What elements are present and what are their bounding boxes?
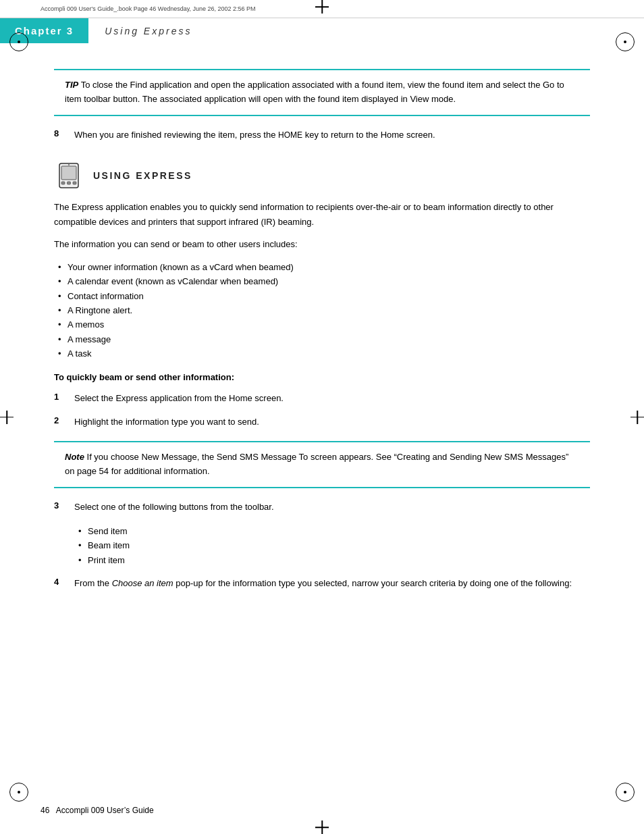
- step-3-num: 3: [54, 500, 74, 515]
- note-text: Note If you choose New Message, the Send…: [65, 450, 579, 479]
- tip-text: TIP To close the Find application and op…: [65, 78, 579, 107]
- chapter-title: Using Express: [88, 26, 192, 36]
- tip-label: TIP: [65, 80, 78, 90]
- cross-right: [630, 411, 644, 424]
- list-item: A task: [54, 346, 590, 361]
- list-item: Print item: [74, 553, 590, 567]
- reg-mark-br: [616, 783, 635, 802]
- proc-heading: To quickly beam or send other informatio…: [54, 372, 590, 382]
- footer-page-num: 46: [41, 806, 49, 815]
- footer-guide-text: Accompli 009 User’s Guide: [56, 806, 154, 815]
- step-8: 8 When you are finished reviewing the it…: [54, 128, 590, 142]
- tip-box: TIP To close the Find application and op…: [54, 69, 590, 116]
- footer-text: 46 Accompli 009 User’s Guide: [41, 806, 154, 815]
- svg-point-5: [68, 164, 70, 165]
- list-item: A message: [54, 332, 590, 346]
- list-item: A calendar event (known as vCalendar whe…: [54, 274, 590, 288]
- reg-mark-tl: [9, 32, 28, 51]
- list-item: A memos: [54, 317, 590, 332]
- cross-top: [315, 0, 329, 14]
- note-box: Note If you choose New Message, the Send…: [54, 441, 590, 488]
- page: Accompli 009 User's Guide_.book Page 46 …: [0, 0, 644, 834]
- svg-rect-1: [61, 166, 76, 180]
- note-content: If you choose New Message, the Send SMS …: [65, 452, 568, 476]
- section-heading: USING EXPRESS: [54, 161, 590, 190]
- step-4-num: 4: [54, 577, 74, 591]
- list-item: Beam item: [74, 538, 590, 552]
- svg-rect-3: [68, 182, 71, 184]
- list-item: Your owner information (known as a vCard…: [54, 260, 590, 274]
- tip-content: To close the Find application and open t…: [65, 80, 564, 104]
- cross-bottom: [315, 820, 329, 834]
- body-text-1: The Express application enables you to q…: [54, 200, 590, 229]
- cross-left: [0, 411, 14, 424]
- step-3-bullets: Send item Beam item Print item: [74, 524, 590, 567]
- reg-mark-tr: [616, 32, 635, 51]
- step-4-italic: Choose an item: [112, 578, 173, 588]
- step-1-text: Select the Express application from the …: [74, 392, 590, 406]
- home-key: HOME: [278, 130, 302, 140]
- step-2-text: Highlight the information type you want …: [74, 415, 590, 429]
- step-8-num: 8: [54, 128, 74, 142]
- step-1: 1 Select the Express application from th…: [54, 392, 590, 406]
- svg-rect-4: [73, 182, 76, 184]
- body-text-2: The information you can send or beam to …: [54, 237, 590, 251]
- reg-mark-bl: [9, 783, 28, 802]
- step-4-text: From the Choose an item pop-up for the i…: [74, 577, 590, 591]
- step-3-text: Select one of the following buttons from…: [74, 500, 590, 515]
- svg-rect-2: [61, 182, 65, 184]
- step-3: 3 Select one of the following buttons fr…: [54, 500, 590, 515]
- step-1-num: 1: [54, 392, 74, 406]
- step-4: 4 From the Choose an item pop-up for the…: [54, 577, 590, 591]
- bullet-list: Your owner information (known as a vCard…: [54, 260, 590, 361]
- list-item: Send item: [74, 524, 590, 538]
- section-icon: [54, 161, 84, 190]
- list-item: A Ringtone alert.: [54, 303, 590, 317]
- step-2-num: 2: [54, 415, 74, 429]
- list-item: Contact information: [54, 289, 590, 303]
- step-8-text: When you are finished reviewing the item…: [74, 128, 590, 142]
- chapter-header: Chapter 3 Using Express: [0, 18, 644, 43]
- section-title: USING EXPRESS: [93, 170, 192, 181]
- note-label: Note: [65, 452, 84, 462]
- footer: 46 Accompli 009 User’s Guide: [41, 806, 603, 815]
- step-2: 2 Highlight the information type you wan…: [54, 415, 590, 429]
- content-area: TIP To close the Find application and op…: [0, 43, 644, 614]
